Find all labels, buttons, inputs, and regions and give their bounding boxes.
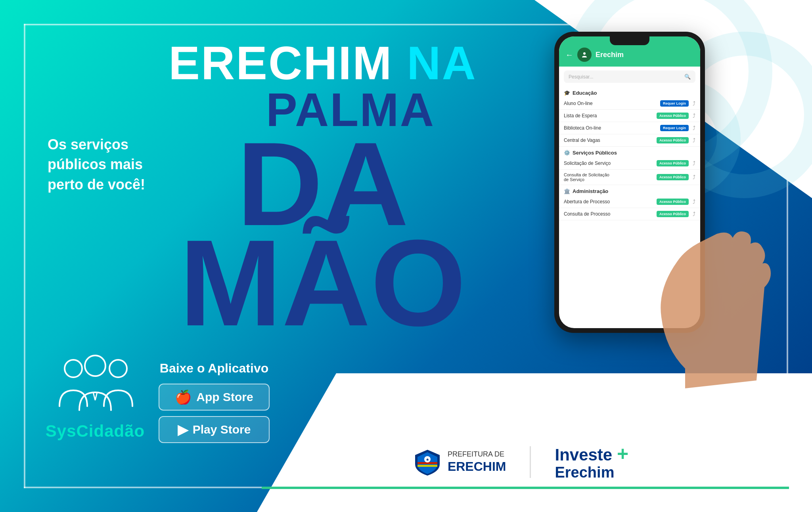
- logos-area: ★ PREFEITURA DE ERECHIM Investe + Erechi…: [278, 444, 764, 480]
- row-biblioteca: Biblioteca On-line Requer Login ⤴: [559, 122, 700, 134]
- left-border: [24, 24, 25, 488]
- row-solicitacao: Solicitação de Serviço Acesso Público ⤴: [559, 157, 700, 170]
- investe-logo: Investe + Erechim: [555, 444, 628, 480]
- baixe-label: Baixe o Aplicativo: [159, 361, 270, 376]
- title-na: NA: [407, 37, 477, 89]
- investe-text: Investe: [555, 445, 612, 464]
- educacao-icon: 🎓: [564, 90, 570, 96]
- title-mao: MÃO: [179, 214, 466, 352]
- svg-text:★: ★: [426, 458, 429, 462]
- prefeitura-big: ERECHIM: [448, 459, 506, 474]
- title-erechim: ERECHIM: [169, 37, 393, 89]
- phone-outer: ← Erechim Pesquisar... 🔍 🎓 Educação: [554, 32, 705, 333]
- shield-svg: ★: [414, 448, 441, 476]
- admin-label: Administração: [573, 188, 608, 194]
- left-text: Os serviços públicos mais perto de você!: [48, 135, 159, 195]
- syscidadao-label: SysCidadão: [40, 422, 151, 441]
- app-search[interactable]: Pesquisar... 🔍: [564, 71, 695, 83]
- download-area: Baixe o Aplicativo 🍎 App Store ▶ Play St…: [159, 361, 270, 449]
- search-placeholder: Pesquisar...: [569, 74, 594, 80]
- phone-mockup: ← Erechim Pesquisar... 🔍 🎓 Educação: [534, 32, 725, 388]
- servicos-label: Serviços Públicos: [573, 150, 617, 156]
- heading-area: ERECHIM NA PALMA DA MÃO: [159, 40, 487, 333]
- investe-plus: +: [617, 443, 628, 465]
- investe-sub: Erechim: [555, 464, 614, 481]
- svg-point-0: [65, 360, 82, 377]
- play-store-button[interactable]: ▶ Play Store: [159, 416, 270, 443]
- row-central: Central de Vagas Acesso Público ⤴: [559, 134, 700, 147]
- app-store-button[interactable]: 🍎 App Store: [159, 384, 270, 411]
- row-abertura: Abertura de Processo Acesso Público ⤴: [559, 196, 700, 208]
- section-servicos: ⚙️ Serviços Públicos: [559, 147, 700, 157]
- logo-divider: [530, 446, 531, 478]
- app-title: Erechim: [596, 51, 624, 59]
- prefeitura-text: PREFEITURA DE ERECHIM: [448, 450, 506, 474]
- section-admin: 🏛️ Administração: [559, 185, 700, 196]
- people-icon: [56, 351, 135, 414]
- teal-bottom-line: [262, 487, 789, 489]
- section-educacao: 🎓 Educação: [559, 87, 700, 97]
- app-avatar: [577, 48, 592, 62]
- back-button: ←: [565, 50, 573, 59]
- phone-screen: ← Erechim Pesquisar... 🔍 🎓 Educação: [559, 36, 700, 328]
- svg-point-4: [583, 52, 586, 55]
- search-icon: 🔍: [684, 74, 691, 80]
- bg-white-bottom: [257, 373, 812, 512]
- row-consulta-servico: Consulta de Solicitaçãode Serviço Acesso…: [559, 170, 700, 185]
- app-store-label: App Store: [196, 390, 253, 404]
- row-consulta-processo: Consulta de Processo Acesso Público ⤴: [559, 208, 700, 220]
- top-border: [24, 24, 788, 25]
- row-lista: Lista de Espera Acesso Público ⤴: [559, 110, 700, 122]
- phone-notch: [610, 36, 649, 45]
- play-icon: ▶: [178, 422, 188, 437]
- prefeitura-logo: ★ PREFEITURA DE ERECHIM: [414, 448, 506, 476]
- svg-point-1: [85, 355, 105, 376]
- prefeitura-small: PREFEITURA DE: [448, 450, 506, 459]
- svg-point-2: [109, 360, 127, 377]
- row-aluno: Aluno On-line Requer Login ⤴: [559, 97, 700, 110]
- right-border: [787, 24, 788, 488]
- admin-icon: 🏛️: [564, 188, 570, 194]
- people-area: SysCidadão: [40, 351, 151, 441]
- play-store-label: Play Store: [193, 423, 251, 436]
- educacao-label: Educação: [573, 90, 597, 96]
- apple-icon: 🍎: [175, 389, 192, 405]
- svg-rect-6: [417, 465, 437, 467]
- servicos-icon: ⚙️: [564, 150, 570, 156]
